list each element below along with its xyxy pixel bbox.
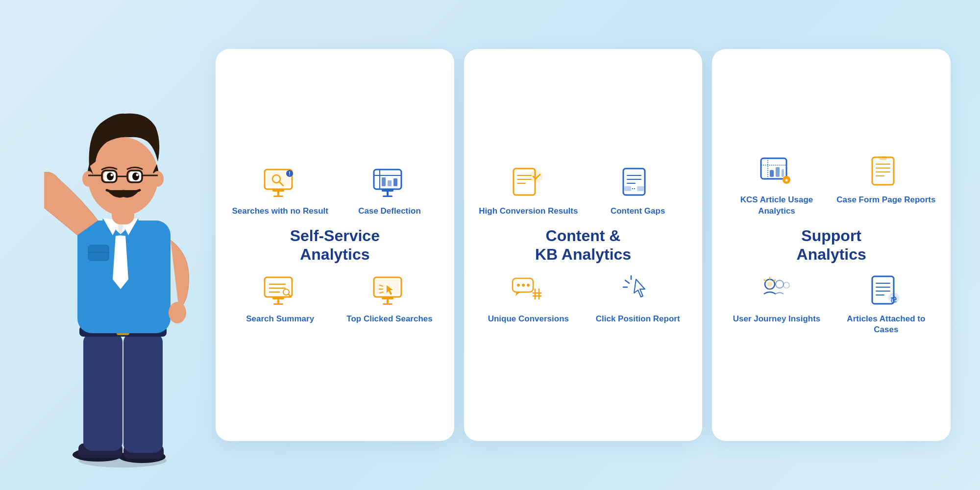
kcs-article-label: KCS Article Usage Analytics bbox=[727, 195, 826, 216]
svg-point-33 bbox=[111, 174, 113, 176]
top-clicked-label: Top Clicked Searches bbox=[346, 314, 432, 324]
high-conversion-item[interactable]: High Conversion Results bbox=[479, 166, 578, 217]
svg-rect-51 bbox=[387, 192, 389, 196]
svg-rect-39 bbox=[272, 189, 284, 192]
svg-rect-6 bbox=[123, 333, 163, 453]
articles-cases-label: Articles Attached to Cases bbox=[836, 314, 936, 335]
search-monitor-icon: ! bbox=[261, 166, 300, 200]
case-form-icon bbox=[866, 154, 906, 189]
articles-cases-icon bbox=[866, 273, 906, 308]
svg-point-32 bbox=[132, 172, 139, 180]
content-gaps-icon bbox=[618, 166, 658, 200]
svg-text:★: ★ bbox=[784, 178, 789, 183]
svg-line-112 bbox=[774, 280, 775, 281]
svg-rect-41 bbox=[273, 196, 283, 197]
click-position-icon bbox=[618, 273, 658, 308]
svg-rect-80 bbox=[637, 186, 644, 191]
top-clicked-item[interactable]: Top Clicked Searches bbox=[340, 273, 439, 324]
cards-container: ! Searches with no Result bbox=[216, 20, 951, 470]
svg-rect-59 bbox=[272, 297, 284, 299]
svg-rect-68 bbox=[387, 299, 389, 303]
self-service-title: Self-ServiceAnalytics bbox=[290, 226, 380, 264]
svg-rect-40 bbox=[277, 192, 279, 196]
click-position-label: Click Position Report bbox=[596, 314, 680, 324]
user-journey-item[interactable]: User Journey Insights bbox=[727, 273, 826, 335]
svg-text:!: ! bbox=[289, 171, 290, 176]
page-container: ! Searches with no Result bbox=[0, 0, 980, 490]
content-kb-card: High Conversion Results bbox=[464, 49, 703, 441]
svg-point-85 bbox=[527, 284, 530, 287]
svg-rect-61 bbox=[273, 303, 283, 305]
self-service-card: ! Searches with no Result bbox=[216, 49, 454, 441]
support-title: SupportAnalytics bbox=[797, 226, 866, 264]
svg-point-23 bbox=[152, 171, 164, 187]
kcs-article-icon: ★ bbox=[757, 154, 796, 189]
support-card: ★ KCS Article Usage Analytics bbox=[712, 49, 951, 441]
high-conversion-label: High Conversion Results bbox=[479, 206, 578, 217]
svg-rect-50 bbox=[382, 189, 393, 192]
articles-cases-item[interactable]: Articles Attached to Cases bbox=[836, 273, 936, 335]
svg-rect-10 bbox=[88, 245, 109, 261]
content-kb-title: Content &KB Analytics bbox=[535, 226, 631, 264]
svg-rect-98 bbox=[782, 169, 784, 177]
click-position-item[interactable]: Click Position Report bbox=[588, 273, 687, 324]
search-summary-icon bbox=[261, 273, 300, 308]
top-clicked-icon bbox=[370, 273, 409, 308]
high-conversion-icon bbox=[509, 166, 548, 200]
svg-point-19 bbox=[169, 302, 186, 323]
search-summary-item[interactable]: Search Summary bbox=[230, 273, 330, 324]
svg-rect-79 bbox=[624, 186, 631, 191]
unique-conversions-label: Unique Conversions bbox=[488, 314, 569, 324]
svg-point-108 bbox=[776, 280, 784, 288]
svg-point-83 bbox=[517, 284, 520, 287]
svg-point-109 bbox=[784, 282, 789, 288]
svg-rect-60 bbox=[277, 299, 279, 303]
deflection-icon bbox=[370, 166, 409, 200]
svg-rect-106 bbox=[879, 156, 887, 160]
svg-line-113 bbox=[764, 280, 766, 281]
svg-line-90 bbox=[625, 280, 629, 283]
svg-rect-5 bbox=[83, 333, 122, 451]
unique-conversions-item[interactable]: Unique Conversions bbox=[479, 273, 578, 324]
svg-rect-47 bbox=[382, 177, 386, 186]
svg-rect-52 bbox=[383, 196, 392, 197]
svg-rect-49 bbox=[393, 178, 397, 186]
content-gaps-label: Content Gaps bbox=[611, 206, 665, 217]
svg-rect-97 bbox=[776, 167, 780, 177]
searches-no-result-item[interactable]: ! Searches with no Result bbox=[230, 166, 330, 217]
case-form-label: Case Form Page Reports bbox=[836, 195, 935, 205]
svg-point-31 bbox=[107, 172, 114, 180]
character-illustration bbox=[44, 69, 201, 470]
svg-point-74 bbox=[530, 171, 542, 182]
svg-rect-101 bbox=[872, 157, 894, 185]
svg-point-34 bbox=[136, 174, 139, 176]
case-deflection-label: Case Deflection bbox=[358, 206, 421, 217]
case-form-item[interactable]: Case Form Page Reports bbox=[836, 154, 936, 216]
searches-no-result-label: Searches with no Result bbox=[232, 206, 328, 217]
user-journey-icon bbox=[757, 273, 796, 308]
search-summary-label: Search Summary bbox=[246, 314, 314, 324]
svg-point-22 bbox=[82, 171, 94, 187]
svg-rect-67 bbox=[382, 297, 393, 299]
svg-rect-48 bbox=[388, 180, 392, 186]
unique-conversions-icon bbox=[509, 273, 548, 308]
content-gaps-item[interactable]: Content Gaps bbox=[588, 166, 687, 217]
case-deflection-item[interactable]: Case Deflection bbox=[340, 166, 439, 217]
character-area bbox=[29, 20, 216, 470]
user-journey-label: User Journey Insights bbox=[733, 314, 821, 324]
svg-rect-69 bbox=[383, 303, 392, 305]
svg-point-84 bbox=[522, 284, 525, 287]
kcs-article-item[interactable]: ★ KCS Article Usage Analytics bbox=[727, 154, 826, 216]
svg-rect-96 bbox=[770, 170, 774, 177]
svg-point-110 bbox=[767, 282, 772, 287]
